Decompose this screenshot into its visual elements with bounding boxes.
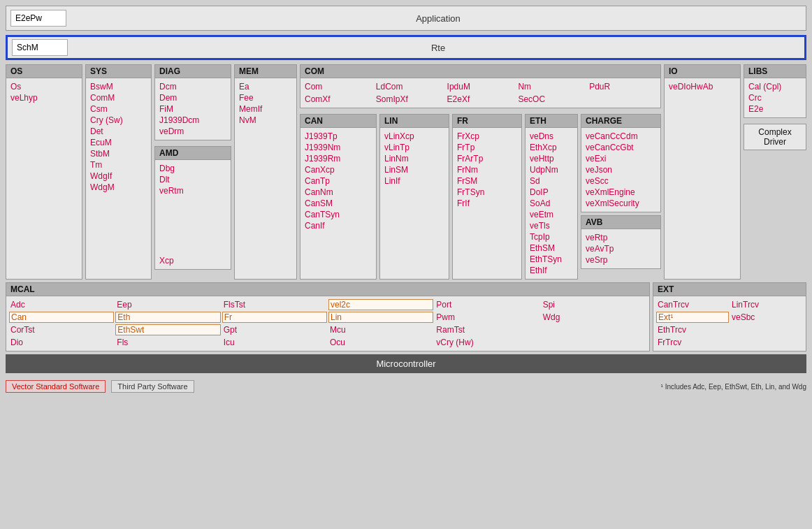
mcal-header: MCAL — [6, 283, 649, 296]
list-item: SecOC — [516, 94, 586, 105]
can-body: J1939TpJ1939NmJ1939RmCanXcpCanTpCanNmCan… — [300, 128, 376, 234]
third-party-badge: Third Party Software — [111, 380, 194, 393]
libs-section: LIBS Cal (Cpl)CrcE2e — [744, 64, 806, 118]
list-item: Nm — [516, 81, 586, 92]
list-item: LdCom — [375, 81, 444, 92]
list-item: vLinTp — [383, 142, 446, 153]
list-item: CanTSyn — [303, 209, 373, 220]
com-grid: ComLdComIpduMNmPduRComXfSomIpXfE2eXfSecO… — [300, 78, 660, 108]
list-item: FlsTst — [222, 299, 327, 310]
list-item: Tm — [89, 159, 148, 171]
avb-section: AVB veRtpveAvTpveSrp — [581, 215, 661, 269]
lin-header: LIN — [380, 115, 449, 128]
list-item: Fls — [115, 337, 220, 348]
list-item: Mcu — [328, 324, 433, 335]
list-item: WdgM — [89, 182, 148, 193]
list-item: veDns — [528, 131, 574, 142]
amd-section: AMD DbgDltveRtm Xcp — [154, 146, 231, 270]
list-item: PduR — [588, 81, 658, 92]
mcal-inner: AdcEepFlsTstvel2cPortSpiCanEthFrLinPwmWd… — [6, 296, 649, 351]
application-title: Application — [71, 13, 806, 24]
list-item: veTls — [528, 220, 574, 231]
list-item: Com — [303, 81, 373, 92]
com-lower: CAN J1939TpJ1939NmJ1939RmCanXcpCanTpCanN… — [300, 114, 661, 280]
list-item: veSrp — [584, 254, 658, 266]
list-item: SomIpXf — [375, 94, 444, 105]
list-item: ComM — [89, 92, 148, 103]
list-item: veSbc — [730, 312, 803, 323]
can-section: CAN J1939TpJ1939NmJ1939RmCanXcpCanTpCanN… — [300, 114, 377, 280]
list-item: J1939Nm — [303, 142, 373, 153]
list-item: EthXcp — [528, 142, 574, 153]
footer-row: Vector Standard Software Third Party Sof… — [6, 377, 806, 396]
list-item: Fee — [238, 92, 293, 103]
amd-header: AMD — [155, 147, 231, 160]
list-item: FrArTp — [456, 153, 519, 164]
list-item: ComXf — [303, 94, 373, 105]
list-item: veExi — [584, 153, 658, 164]
list-item: Crc — [747, 92, 803, 103]
amd-body: DbgDltveRtm — [155, 160, 231, 252]
list-item: Wdg — [542, 312, 646, 323]
rte-title: Rte — [72, 43, 804, 53]
can-header: CAN — [300, 115, 376, 128]
libs-body: Cal (Cpl)CrcE2e — [744, 78, 806, 117]
list-item: Dem — [158, 92, 228, 103]
eth-section: ETH veDnsEthXcpveHttpUdpNmSdDoIPSoAdveEt… — [525, 114, 578, 280]
diag-header: DIAG — [155, 65, 231, 78]
list-item: Eth — [115, 312, 220, 323]
fr-header: FR — [453, 115, 521, 128]
io-body: veDIoHwAb — [665, 78, 740, 95]
list-item: Csm — [89, 103, 148, 115]
fr-body: FrXcpFrTpFrArTpFrNmFrSMFrTSynFrIf — [453, 128, 521, 212]
list-item: Adc — [9, 299, 114, 310]
list-item: RamTst — [435, 324, 539, 335]
list-item: vel2c — [328, 299, 433, 310]
list-item: FrTSyn — [456, 187, 519, 198]
list-item: J1939Dcm — [158, 115, 228, 126]
rte-row: SchM Rte — [6, 35, 806, 60]
footer-note: ¹ Includes Adc, Eep, EthSwt, Eth, Lin, a… — [200, 383, 806, 391]
list-item: veRtp — [584, 232, 658, 243]
list-item: EthTSyn — [528, 254, 574, 265]
list-item: Fr — [222, 312, 327, 323]
list-item: LinTrcv — [730, 299, 803, 310]
ext-header: EXT — [653, 283, 806, 296]
mcal-section: MCAL AdcEepFlsTstvel2cPortSpiCanEthFrLin… — [6, 282, 650, 352]
list-item: SoAd — [528, 198, 574, 209]
application-row: E2ePw Application — [6, 6, 806, 31]
list-item: Dbg — [158, 163, 228, 174]
list-item: FrXcp — [456, 131, 519, 142]
microcontroller-row: Microcontroller — [6, 354, 806, 373]
lin-section: LIN vLinXcpvLinTpLinNmLinSMLinIf — [379, 114, 449, 280]
main-area: OS OsveLhyp SYS BswMComMCsmCry (Sw)DetEc… — [6, 64, 806, 280]
mem-body: EaFeeMemIfNvM — [235, 78, 296, 129]
list-item: veCanCcCdm — [584, 131, 658, 142]
list-item: Can — [9, 312, 114, 323]
schm-label: SchM — [12, 39, 68, 56]
list-item: Pwm — [435, 312, 539, 323]
list-item: Cry (Sw) — [89, 115, 148, 126]
list-item: FrSM — [456, 175, 519, 187]
list-item: veScc — [584, 175, 658, 187]
list-item — [730, 337, 803, 348]
com-area: COM ComLdComIpduMNmPduRComXfSomIpXfE2eXf… — [300, 64, 661, 280]
list-item: J1939Rm — [303, 153, 373, 164]
list-item: vCry (Hw) — [435, 337, 539, 348]
charge-avb-col: CHARGE veCanCcCdmveCanCcGbtveExiveJsonve… — [581, 114, 661, 280]
list-item: Port — [435, 299, 539, 310]
list-item: EcuM — [89, 137, 148, 148]
list-item: WdgIf — [89, 171, 148, 182]
list-item: Gpt — [222, 324, 327, 335]
list-item: Eep — [115, 299, 220, 310]
ext-section: EXT CanTrcvLinTrcvExt¹veSbcEthTrcvFrTrcv — [653, 282, 806, 352]
list-item: LinSM — [383, 164, 446, 175]
list-item: veDrm — [158, 126, 228, 137]
list-item: E2eXf — [446, 94, 516, 105]
list-item — [542, 337, 646, 348]
libs-header: LIBS — [744, 65, 806, 78]
list-item: FrNm — [456, 164, 519, 175]
com-top-section: COM ComLdComIpduMNmPduRComXfSomIpXfE2eXf… — [300, 64, 661, 108]
list-item: Cal (Cpl) — [747, 81, 803, 92]
list-item: veHttp — [528, 153, 574, 164]
